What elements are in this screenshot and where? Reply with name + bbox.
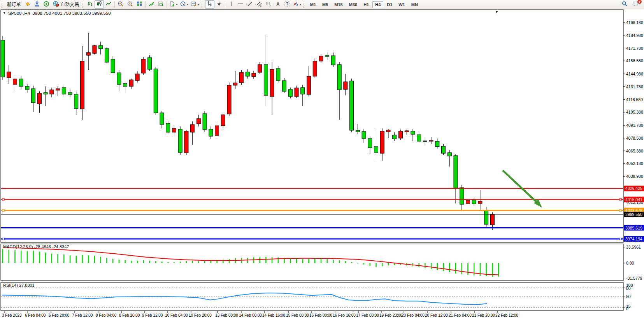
svg-text:80: 80 bbox=[626, 286, 631, 291]
svg-text:-31.5779: -31.5779 bbox=[626, 276, 642, 281]
tf-m1-button[interactable]: M1 bbox=[307, 1, 319, 8]
svg-text:4052.180: 4052.180 bbox=[626, 161, 643, 166]
template-icon bbox=[191, 1, 197, 9]
line-handle[interactable] bbox=[2, 198, 4, 200]
line-handle[interactable] bbox=[619, 238, 621, 240]
svg-text:4144.980: 4144.980 bbox=[626, 72, 643, 76]
svg-text:4105.380: 4105.380 bbox=[626, 110, 643, 114]
zoom-out-button[interactable] bbox=[125, 0, 135, 9]
svg-text:19 Feb 23:00: 19 Feb 23:00 bbox=[379, 313, 402, 317]
toolbar-grip[interactable] bbox=[2, 2, 4, 8]
auto-trading-icon bbox=[53, 1, 59, 9]
chart-menu-triangle-icon[interactable]: ▼ bbox=[3, 12, 6, 15]
quotes-button[interactable] bbox=[23, 0, 32, 9]
rsi-name: RSI(14) bbox=[3, 283, 18, 288]
periods-button[interactable]: ▼ bbox=[179, 0, 190, 9]
zoom-in-button[interactable] bbox=[116, 0, 125, 9]
tile-windows-button[interactable] bbox=[135, 0, 144, 9]
chart-title-bar: ▼ SP500-,H4 3988.750 4001.750 3983.550 3… bbox=[3, 11, 111, 16]
svg-text:33.5961: 33.5961 bbox=[626, 245, 641, 249]
data-window-button[interactable] bbox=[156, 0, 165, 9]
line-handle[interactable] bbox=[619, 198, 621, 200]
profile-icon bbox=[34, 1, 40, 9]
svg-text:20 Feb 12:00: 20 Feb 12:00 bbox=[425, 313, 448, 317]
tf-m30-button[interactable]: M30 bbox=[346, 1, 360, 8]
svg-text:6 Feb 20:00: 6 Feb 20:00 bbox=[49, 313, 70, 317]
line-chart-icon bbox=[105, 1, 112, 9]
toolbar-grip[interactable] bbox=[304, 2, 306, 8]
quotes-icon bbox=[25, 1, 31, 9]
cursor-icon bbox=[207, 1, 213, 9]
svg-text:8 Feb 20:00: 8 Feb 20:00 bbox=[119, 313, 140, 317]
new-chart-icon bbox=[169, 1, 175, 9]
tf-d1-button[interactable]: D1 bbox=[384, 1, 395, 8]
text-label-tool-button[interactable]: T bbox=[283, 0, 292, 9]
channel-tool-button[interactable]: E bbox=[254, 0, 264, 9]
tf-m15-button[interactable]: M15 bbox=[332, 1, 345, 8]
svg-text:4198.180: 4198.180 bbox=[626, 20, 643, 25]
svg-text:10 Feb 04:00: 10 Feb 04:00 bbox=[165, 313, 188, 317]
tf-w1-button[interactable]: W1 bbox=[396, 1, 408, 8]
auto-trading-label: 自动交易 bbox=[60, 1, 79, 8]
svg-text:9 Feb 12:00: 9 Feb 12:00 bbox=[142, 313, 163, 317]
line-handle[interactable] bbox=[619, 209, 621, 211]
text-icon: A bbox=[275, 1, 281, 9]
svg-text:4065.380: 4065.380 bbox=[626, 149, 643, 153]
text-tool-button[interactable]: A bbox=[273, 0, 283, 9]
svg-text:21 Feb 20:00: 21 Feb 20:00 bbox=[472, 313, 495, 317]
arrows-tool-button[interactable]: ▼ bbox=[292, 0, 303, 9]
svg-text:16 Feb 16:00: 16 Feb 16:00 bbox=[333, 313, 356, 317]
chevron-down-icon: ▼ bbox=[175, 3, 178, 6]
toolbar-grip[interactable] bbox=[82, 2, 84, 8]
svg-text:4078.580: 4078.580 bbox=[626, 136, 643, 140]
vertical-line-tool-button[interactable] bbox=[226, 0, 236, 9]
crosshair-tool-button[interactable] bbox=[214, 0, 224, 9]
mt4-window: 新订单 自动交易 bbox=[0, 0, 644, 321]
svg-text:0: 0 bbox=[626, 306, 628, 311]
bar-chart-icon bbox=[87, 1, 93, 9]
pane-frames bbox=[1, 10, 623, 310]
svg-text:8 Feb 04:00: 8 Feb 04:00 bbox=[96, 313, 117, 317]
svg-text:17 Feb 08:00: 17 Feb 08:00 bbox=[356, 313, 379, 317]
trendline-icon bbox=[247, 1, 253, 9]
macd-name: MACD(12,26,9) bbox=[3, 244, 33, 249]
tf-mn-button[interactable]: MN bbox=[409, 1, 421, 8]
tf-h1-button[interactable]: H1 bbox=[361, 1, 372, 8]
auto-trading-button[interactable]: 自动交易 bbox=[51, 0, 81, 9]
zoom-out-icon bbox=[127, 1, 133, 9]
svg-text:4184.980: 4184.980 bbox=[626, 33, 643, 38]
bar-chart-mode-button[interactable] bbox=[85, 0, 95, 9]
line-chart-mode-button[interactable] bbox=[104, 0, 113, 9]
mql-icon bbox=[43, 1, 49, 9]
chart-shift-marker-icon[interactable]: ▼ bbox=[495, 10, 498, 14]
indicators-button[interactable] bbox=[147, 0, 156, 9]
fibonacci-icon: F bbox=[265, 1, 272, 9]
new-order-button[interactable]: 新订单 bbox=[5, 0, 23, 9]
arrow-shapes-icon bbox=[293, 1, 299, 9]
candlestick-mode-button[interactable] bbox=[95, 0, 104, 9]
search-button[interactable] bbox=[620, 0, 629, 9]
line-handle[interactable] bbox=[2, 209, 4, 211]
profile-button[interactable] bbox=[32, 0, 42, 9]
svg-text:22 Feb 12:00: 22 Feb 12:00 bbox=[495, 313, 518, 317]
svg-text:3985.619: 3985.619 bbox=[625, 226, 642, 230]
toolbar-grip[interactable] bbox=[202, 2, 204, 8]
tf-m5-button[interactable]: M5 bbox=[319, 1, 331, 8]
templates-button[interactable]: ▼ bbox=[190, 0, 201, 9]
mql-community-button[interactable] bbox=[42, 0, 51, 9]
time-axis[interactable]: 3 Feb 20236 Feb 04:006 Feb 20:007 Feb 12… bbox=[2, 311, 518, 317]
cursor-tool-button[interactable] bbox=[205, 0, 214, 9]
svg-text:50: 50 bbox=[626, 294, 631, 299]
new-chart-button[interactable]: ▼ bbox=[168, 0, 179, 9]
line-handle[interactable] bbox=[2, 238, 4, 240]
crosshair-icon bbox=[216, 1, 222, 9]
horizontal-line-tool-button[interactable] bbox=[236, 0, 245, 9]
tf-h4-button[interactable]: H4 bbox=[372, 1, 383, 8]
svg-text:T: T bbox=[286, 2, 288, 6]
notifications-button[interactable]: 1 bbox=[631, 0, 640, 9]
fibonacci-tool-button[interactable]: F bbox=[264, 0, 273, 9]
svg-text:F: F bbox=[270, 5, 271, 7]
trendline-tool-button[interactable] bbox=[245, 0, 254, 9]
svg-text:14 Feb 16:00: 14 Feb 16:00 bbox=[262, 313, 285, 317]
indicators-icon bbox=[148, 1, 154, 9]
